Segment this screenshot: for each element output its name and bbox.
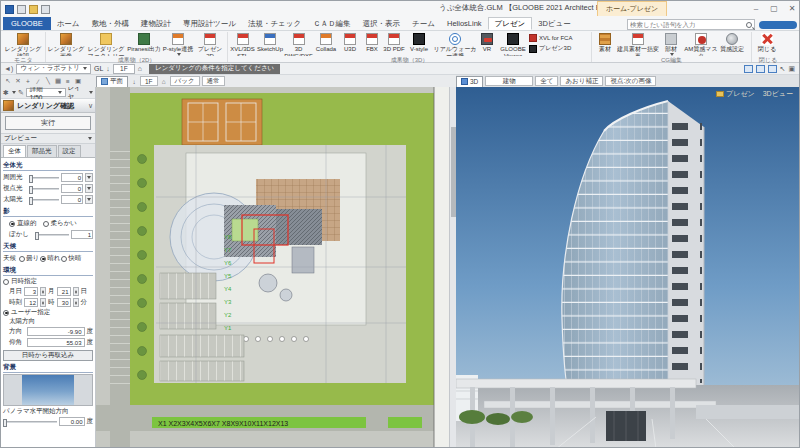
delete-tool-icon[interactable]: ✕ (14, 77, 22, 86)
tab-presentation[interactable]: プレゼン (488, 17, 533, 30)
pencil-icon[interactable]: ✎ (18, 89, 24, 97)
layout-split-vertical-icon[interactable] (756, 65, 765, 73)
pin-icon[interactable]: ∨ (88, 102, 93, 110)
datetime-radio[interactable] (3, 279, 9, 285)
reload-from-datetime-button[interactable]: 日時から再取込み (3, 350, 93, 361)
presen-2d-button[interactable]: プレゼン2D (195, 32, 225, 56)
backslash-tool-icon[interactable]: ╲ (44, 77, 52, 86)
line-tool-icon[interactable]: ∕ (34, 77, 42, 86)
pointer-icon[interactable]: ↖ (780, 65, 786, 73)
rendering-factory-button[interactable]: レンダリングファクトリー (85, 32, 127, 56)
xvl-3ds-stl-button[interactable]: XVL/3DS STL (229, 32, 256, 56)
close-presentation-button[interactable]: 閉じる (753, 32, 781, 56)
gear-icon[interactable]: ✱ (3, 89, 9, 97)
view-light-dropdown[interactable] (85, 184, 93, 193)
tab-select-display[interactable]: 選択・表示 (357, 17, 407, 30)
tab-home[interactable]: ホーム (51, 17, 86, 30)
view-light-value[interactable]: 0 (61, 184, 83, 193)
shadow-soft-radio[interactable] (43, 221, 49, 227)
fitting-material-button[interactable]: 建具素材一括変更 (617, 32, 659, 56)
sketchup-button[interactable]: SketchUp (256, 32, 284, 56)
search-input[interactable] (630, 20, 746, 29)
close-button[interactable]: ✕ (783, 1, 800, 15)
tab-special-tools[interactable]: 専用設計ツール (177, 17, 242, 30)
fbx-button[interactable]: FBX (361, 32, 383, 56)
elevation-value[interactable]: 55.03 (27, 338, 85, 347)
all-filter-chip[interactable]: 全て (535, 76, 558, 86)
hour-spinner[interactable] (40, 298, 46, 307)
weather-cloudy-radio[interactable] (19, 256, 25, 262)
tab-cad-edit[interactable]: ＣＡＤ編集 (307, 17, 357, 30)
layout-split-horizontal-icon[interactable] (768, 65, 777, 73)
view-light-slider[interactable] (29, 188, 59, 190)
floor-indicator[interactable]: 1F (113, 64, 135, 74)
blur-slider[interactable] (35, 234, 69, 236)
floor-down-icon[interactable]: ↓ (106, 65, 110, 72)
list-tool-icon[interactable]: ≡ (64, 77, 72, 86)
plan-floor-indicator[interactable]: 1F (140, 76, 158, 86)
sun-light-value[interactable]: 0 (61, 195, 83, 204)
grid-tool-icon[interactable]: ▦ (54, 77, 62, 86)
day-spinner[interactable] (73, 287, 79, 296)
view3d-tab[interactable]: 3D (456, 76, 483, 87)
ambient-light-value[interactable]: 0 (61, 173, 83, 182)
vr-button[interactable]: VR (477, 32, 497, 56)
save-icon[interactable] (41, 5, 50, 14)
normal-mode-chip[interactable]: 通常 (202, 76, 225, 86)
u3d-button[interactable]: U3D (339, 32, 361, 56)
home-icon[interactable]: ⌂ (160, 77, 168, 86)
plan-view-canvas[interactable]: Y8 Y7 Y6 Y5 Y4 Y3 Y2 Y1 X1 X2X3X4X5X6X7 … (96, 87, 449, 448)
panorama-slider[interactable] (3, 421, 57, 423)
sun-light-slider[interactable] (29, 199, 59, 201)
new-file-icon[interactable] (17, 5, 26, 14)
month-spinner[interactable] (40, 287, 46, 296)
tab-site[interactable]: 敷地・外構 (86, 17, 136, 30)
tab-team[interactable]: チーム (406, 17, 441, 30)
weather-sunny-radio[interactable] (40, 256, 46, 262)
tab-building-design[interactable]: 建物設計 (135, 17, 177, 30)
back-mode-chip[interactable]: バック (170, 76, 200, 86)
tab-overall[interactable]: 全体 (3, 145, 26, 157)
gloobe-app-button[interactable]: GLOOBE (3, 17, 51, 30)
hour-field[interactable]: 12 (24, 298, 38, 307)
material-button[interactable]: 素材 (593, 32, 617, 56)
user-specified-radio[interactable] (3, 310, 9, 316)
ribbon-search-box[interactable] (627, 19, 755, 30)
floor-down-icon[interactable]: ↓ (130, 77, 138, 86)
open-file-icon[interactable] (29, 5, 38, 14)
member-button[interactable]: 部材 (659, 32, 683, 56)
region-tool-icon[interactable]: ▣ (74, 77, 82, 86)
layout-single-icon[interactable] (744, 65, 753, 73)
rendering-image-button[interactable]: レンダリング画像 (47, 32, 85, 56)
ambient-dropdown[interactable] (85, 173, 93, 182)
realwalker-button[interactable]: リアルウォーカー連携 (433, 32, 477, 56)
zoom-extents-icon[interactable]: ▣ (788, 65, 795, 73)
add-tool-icon[interactable]: + (24, 77, 32, 86)
p-style-button[interactable]: P-style連携 (161, 32, 195, 56)
tab-code-check[interactable]: 法規・チェック (242, 17, 307, 30)
plan-vertical-scrollbar[interactable] (449, 87, 456, 448)
presen-3d-button[interactable]: プレゼン3D (529, 44, 581, 53)
month-field[interactable]: 3 (24, 287, 38, 296)
tab-helioslink[interactable]: HeliosLink (441, 17, 488, 30)
day-field[interactable]: 21 (57, 287, 71, 296)
plan-view-tab[interactable]: 平面 (96, 76, 128, 87)
maximize-button[interactable]: ▢ (765, 1, 783, 15)
overlay-presen[interactable]: プレゼン (716, 89, 755, 99)
minimize-button[interactable]: – (747, 1, 765, 15)
scale-select[interactable]: 詳細 1/50 (26, 88, 66, 97)
tab-3dview[interactable]: 3Dビュー (532, 17, 576, 30)
panorama-value[interactable]: 0.00 (59, 417, 85, 426)
overlay-3dview[interactable]: 3Dビュー (763, 89, 793, 99)
gloobe-viewer-button[interactable]: GLOOBE Viewer (497, 32, 529, 56)
minute-spinner[interactable] (73, 298, 79, 307)
select-tool-icon[interactable]: ↖ (4, 77, 12, 86)
building-filter-chip[interactable]: 建物 (485, 76, 533, 86)
sun-light-dropdown[interactable] (85, 195, 93, 204)
v-style-button[interactable]: V-style (405, 32, 433, 56)
direction-value[interactable]: -9.90 (27, 327, 85, 336)
home-icon[interactable]: ⌂ (138, 65, 142, 72)
perspective-view-canvas[interactable]: プレゼン 3Dビュー (456, 87, 800, 448)
weather-clear-radio[interactable] (61, 256, 67, 262)
texture-settings-button[interactable]: 質感設定 (719, 32, 745, 56)
